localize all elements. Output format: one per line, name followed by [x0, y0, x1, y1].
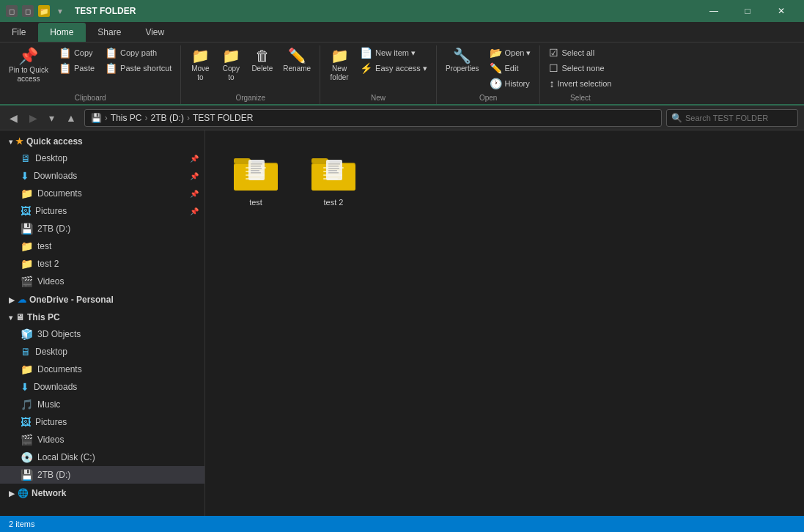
organize-label: Organize: [185, 92, 315, 104]
invert-selection-button[interactable]: ↕ Invert selection: [545, 76, 616, 91]
sidebar-item-videos-qa[interactable]: 🎬 Videos: [0, 273, 204, 290]
sidebar-item-videos-pc[interactable]: 🎬 Videos: [0, 431, 204, 448]
svg-rect-20: [328, 166, 339, 167]
file-item-test2[interactable]: test 2: [300, 148, 366, 213]
sidebar-item-3d-objects[interactable]: 🧊 3D Objects: [0, 325, 204, 343]
file-item-test[interactable]: test: [223, 148, 289, 213]
sidebar-section-quick-access: ▾ ★ Quick access 🖥 Desktop 📌 ⬇ Downloads…: [0, 133, 204, 290]
sidebar-header-quick-access[interactable]: ▾ ★ Quick access: [0, 133, 204, 149]
open-col: 📂 Open ▾ ✏️ Edit 🕐 History: [485, 45, 536, 91]
path-this-pc[interactable]: This PC: [111, 113, 142, 123]
pin-icon-docs: 📌: [190, 190, 199, 198]
documents-icon: 📁: [21, 188, 33, 199]
svg-rect-19: [328, 163, 340, 165]
pin-quick-access-button[interactable]: 📌 Pin to Quickaccess: [4, 45, 53, 86]
pictures-icon: 🖼: [21, 205, 31, 217]
desktop-pc-icon: 🖥: [21, 346, 31, 358]
up-button[interactable]: ▲: [62, 110, 80, 126]
sidebar-header-this-pc[interactable]: ▾ 🖥 This PC: [0, 309, 204, 325]
computer-icon: 🖥: [15, 312, 24, 322]
sidebar-item-music-pc[interactable]: 🎵 Music: [0, 396, 204, 413]
svg-rect-21: [328, 168, 339, 169]
new-folder-button[interactable]: 📁 Newfolder: [325, 45, 354, 85]
minimize-button[interactable]: —: [697, 0, 731, 22]
ribbon-group-open: 🔧 Properties 📂 Open ▾ ✏️ Edit 🕐 History …: [437, 45, 541, 104]
edit-button[interactable]: ✏️ Edit: [485, 61, 536, 75]
search-input[interactable]: [685, 114, 793, 122]
properties-icon: 🔧: [453, 48, 471, 63]
documents-pc-label: Documents: [37, 364, 82, 374]
forward-button[interactable]: ▶: [26, 110, 41, 126]
sidebar-item-local-disk-c[interactable]: 💿 Local Disk (C:): [0, 448, 204, 466]
network-label: Network: [32, 488, 66, 498]
select-items: ☑ Select all ☐ Select none ↕ Invert sele…: [545, 45, 616, 92]
pictures-qa-label: Pictures: [35, 206, 67, 216]
pictures-pc-icon: 🖼: [21, 416, 31, 428]
sidebar-item-2tb-qa[interactable]: 💾 2TB (D:): [0, 220, 204, 237]
sidebar-item-desktop-qa[interactable]: 🖥 Desktop 📌: [0, 149, 204, 167]
search-box[interactable]: 🔍: [666, 109, 798, 127]
back-button[interactable]: ◀: [6, 110, 21, 126]
select-none-button[interactable]: ☐ Select none: [545, 61, 616, 75]
history-button[interactable]: 🕐 History: [485, 76, 536, 91]
tab-share[interactable]: Share: [86, 23, 133, 42]
music-label: Music: [37, 399, 60, 410]
open-button[interactable]: 📂 Open ▾: [485, 45, 536, 60]
sidebar-item-downloads-pc[interactable]: ⬇ Downloads: [0, 378, 204, 396]
svg-rect-7: [251, 163, 262, 165]
addressbar: ◀ ▶ ▾ ▲ 💾 › This PC › 2TB (D:) › TEST FO…: [0, 106, 804, 130]
titlebar-icon-2: ◻: [22, 5, 34, 17]
sidebar-item-documents-pc[interactable]: 📁 Documents: [0, 361, 204, 378]
sidebar-item-pictures-pc[interactable]: 🖼 Pictures: [0, 413, 204, 431]
copy-icon: 📋: [59, 47, 71, 59]
close-button[interactable]: ✕: [764, 0, 798, 22]
tab-home[interactable]: Home: [38, 23, 86, 42]
downloads-qa-label: Downloads: [34, 171, 77, 181]
paste-button[interactable]: 📋 Paste: [54, 61, 99, 75]
copy-button[interactable]: 📋 Copy: [54, 45, 99, 60]
delete-button[interactable]: 🗑 Delete: [247, 45, 277, 76]
sidebar-item-desktop-pc[interactable]: 🖥 Desktop: [0, 343, 204, 361]
move-to-button[interactable]: 📁 Moveto: [185, 45, 215, 85]
address-path[interactable]: 💾 › This PC › 2TB (D:) › TEST FOLDER: [84, 109, 662, 127]
sidebar-item-test-qa[interactable]: 📁 test: [0, 237, 204, 255]
new-item-button[interactable]: 📄 New item ▾: [355, 45, 432, 60]
select-all-button[interactable]: ☑ Select all: [545, 45, 616, 60]
copy-to-icon: 📁: [222, 48, 240, 63]
drive-icon: 💾: [21, 223, 33, 234]
tab-file[interactable]: File: [0, 23, 38, 42]
sidebar-item-pictures-qa[interactable]: 🖼 Pictures 📌: [0, 202, 204, 220]
properties-button[interactable]: 🔧 Properties: [441, 45, 484, 76]
sidebar-section-onedrive: ▶ ☁ OneDrive - Personal: [0, 292, 204, 308]
edit-icon: ✏️: [490, 62, 502, 74]
open-icon: 📂: [490, 47, 502, 59]
pin-icon: 📌: [18, 48, 38, 64]
easy-access-button[interactable]: ⚡ Easy access ▾: [355, 61, 432, 75]
sidebar-item-2tb-d[interactable]: 💾 2TB (D:): [0, 466, 204, 484]
sidebar-item-documents-qa[interactable]: 📁 Documents 📌: [0, 185, 204, 202]
titlebar: ◻ ◻ 📁 ▼ TEST FOLDER — □ ✕: [0, 0, 804, 22]
copy-to-button[interactable]: 📁 Copyto: [216, 45, 246, 85]
copy-path-icon: 📋: [105, 47, 117, 59]
clipboard-label: Clipboard: [4, 92, 176, 104]
paste-shortcut-button[interactable]: 📋 Paste shortcut: [100, 61, 176, 75]
history-icon: 🕐: [490, 78, 502, 89]
sidebar-item-downloads-qa[interactable]: ⬇ Downloads 📌: [0, 167, 204, 185]
sidebar-header-network[interactable]: ▶ 🌐 Network: [0, 485, 204, 501]
path-2tb[interactable]: 2TB (D:): [151, 113, 184, 123]
ribbon-group-new: 📁 Newfolder 📄 New item ▾ ⚡ Easy access ▾…: [320, 45, 437, 104]
videos-qa-label: Videos: [37, 276, 64, 287]
select-label: Select: [545, 92, 616, 104]
folder-icon-test2: 📁: [21, 258, 33, 270]
2tb-d-label: 2TB (D:): [37, 470, 70, 480]
sidebar-item-test2-qa[interactable]: 📁 test 2: [0, 255, 204, 273]
copy-path-button[interactable]: 📋 Copy path: [100, 45, 176, 60]
maximize-button[interactable]: □: [731, 0, 764, 22]
sidebar-header-onedrive[interactable]: ▶ ☁ OneDrive - Personal: [0, 292, 204, 308]
tab-view[interactable]: View: [133, 23, 177, 42]
rename-button[interactable]: ✏️ Rename: [279, 45, 315, 76]
desktop-icon: 🖥: [21, 152, 31, 164]
clipboard-col1: 📋 Copy 📋 Paste: [54, 45, 99, 75]
recent-locations-button[interactable]: ▾: [45, 110, 58, 126]
path-test-folder[interactable]: TEST FOLDER: [193, 113, 253, 123]
